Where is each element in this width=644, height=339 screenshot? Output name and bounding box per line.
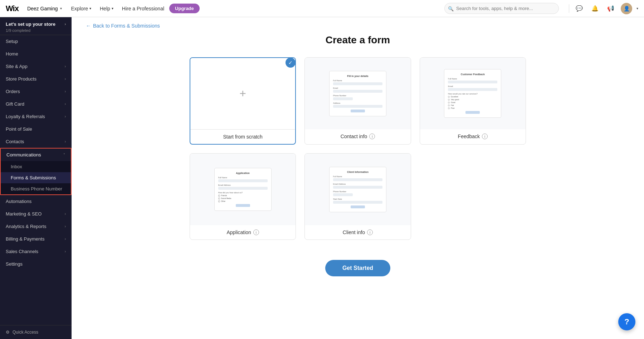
chat-icon[interactable]: 💬 <box>574 3 585 14</box>
sidebar-expand-icon: › <box>65 22 66 26</box>
chevron-down-icon: › <box>65 102 66 106</box>
sidebar-item-automations[interactable]: Automations <box>0 195 72 208</box>
sidebar-item-point-of-sale[interactable]: Point of Sale <box>0 123 72 135</box>
search-bar: 🔍 <box>444 3 559 14</box>
sidebar-item-orders[interactable]: Orders › <box>0 85 72 98</box>
sidebar-quick-access[interactable]: ⚙ Quick Access <box>0 325 72 339</box>
form-templates-grid: + ✓ Start from scratch Fill in your deta… <box>161 57 555 254</box>
sidebar-item-home[interactable]: Home <box>0 48 72 60</box>
sidebar-item-gift-card[interactable]: Gift Card › <box>0 98 72 110</box>
back-link[interactable]: ← Back to Forms & Submissions <box>72 17 644 34</box>
upgrade-button[interactable]: Upgrade <box>169 4 200 13</box>
avatar[interactable]: 👤 <box>621 3 632 14</box>
page-title: Create a form <box>72 34 644 46</box>
brand-name: Deez Gaming <box>27 6 58 11</box>
template-label-application: Application i <box>190 225 296 239</box>
mini-form-feedback: Customer Feedback Full Name Email How wo… <box>444 69 501 118</box>
nav-divider <box>569 4 569 13</box>
chevron-down-icon: › <box>65 77 66 81</box>
sidebar-sub-item-business-phone[interactable]: Business Phone Number <box>1 183 71 194</box>
sidebar: Let's set up your store › 1/9 completed … <box>0 17 72 339</box>
sidebar-sub-communications: Inbox Forms & Submissions Business Phone… <box>1 161 71 194</box>
avatar-chevron: ▾ <box>636 6 638 10</box>
broadcast-icon[interactable]: 📢 <box>605 3 616 14</box>
template-label-client: Client info i <box>305 225 410 239</box>
mini-form-client: Client Information Full Name Email Addre… <box>329 167 386 212</box>
sidebar-item-contacts[interactable]: Contacts › <box>0 135 72 148</box>
info-icon[interactable]: i <box>367 229 373 235</box>
communications-section: Communications ˅ Inbox Forms & Submissio… <box>0 148 72 195</box>
top-nav: Wix Deez Gaming ▾ Explore ▾ Help ▾ Hire … <box>0 0 644 17</box>
chevron-down-icon: › <box>65 64 66 68</box>
help-fab[interactable]: ? <box>618 313 635 330</box>
template-card-contact[interactable]: Fill in your details Full Name Email Pho… <box>304 57 411 145</box>
sidebar-item-marketing[interactable]: Marketing & SEO › <box>0 208 72 220</box>
nav-items: Explore ▾ Help ▾ Hire a Professional Upg… <box>68 4 439 14</box>
template-label-contact: Contact info i <box>305 129 410 144</box>
sidebar-item-loyalty[interactable]: Loyalty & Referrals › <box>0 110 72 123</box>
wix-logo: Wix <box>6 4 19 13</box>
sidebar-item-store-products[interactable]: Store Products › <box>0 73 72 85</box>
chevron-down-icon: › <box>65 237 66 241</box>
sidebar-setup-title[interactable]: Let's set up your store › <box>6 21 66 27</box>
brand-chevron: ▾ <box>60 6 62 10</box>
sidebar-progress: 1/9 completed <box>6 28 66 33</box>
sidebar-item-analytics[interactable]: Analytics & Reports › <box>0 220 72 233</box>
selected-badge: ✓ <box>286 58 296 68</box>
template-label-feedback: Feedback i <box>420 129 526 144</box>
template-preview-contact: Fill in your details Full Name Email Pho… <box>305 58 410 129</box>
template-preview-application: Application Full Name Email Address How … <box>190 154 296 225</box>
search-input[interactable] <box>444 3 559 14</box>
template-preview-client: Client Information Full Name Email Addre… <box>305 154 410 225</box>
plus-icon: + <box>239 87 246 100</box>
get-started-button[interactable]: Get Started <box>325 260 390 276</box>
template-label-scratch: Start from scratch <box>190 130 295 144</box>
template-preview-scratch: + ✓ <box>190 58 295 130</box>
sidebar-header: Let's set up your store › 1/9 completed <box>0 17 72 35</box>
brand-selector[interactable]: Deez Gaming ▾ <box>27 6 62 11</box>
quick-access-icon: ⚙ <box>6 330 10 335</box>
sidebar-item-setup[interactable]: Setup <box>0 35 72 48</box>
sidebar-item-sales-channels[interactable]: Sales Channels › <box>0 245 72 258</box>
chevron-down-icon: › <box>65 115 66 118</box>
info-icon[interactable]: i <box>369 134 375 139</box>
template-card-application[interactable]: Application Full Name Email Address How … <box>190 153 296 240</box>
nav-explore[interactable]: Explore ▾ <box>68 4 95 14</box>
layout: Let's set up your store › 1/9 completed … <box>0 17 644 339</box>
sidebar-sub-item-inbox[interactable]: Inbox <box>1 161 71 172</box>
nav-hire-professional[interactable]: Hire a Professional <box>118 4 168 14</box>
back-arrow-icon: ← <box>86 23 91 29</box>
nav-icon-group: 💬 🔔 📢 👤 ▾ <box>569 3 638 14</box>
main-content: ← Back to Forms & Submissions Create a f… <box>72 17 644 339</box>
chevron-down-icon: › <box>65 140 66 144</box>
sidebar-item-billing[interactable]: Billing & Payments › <box>0 233 72 245</box>
search-icon: 🔍 <box>448 6 454 11</box>
mini-form-application: Application Full Name Email Address How … <box>214 168 272 211</box>
sidebar-sub-item-forms[interactable]: Forms & Submissions <box>1 172 71 183</box>
sidebar-item-communications[interactable]: Communications ˅ <box>1 149 71 161</box>
sidebar-item-site-app[interactable]: Site & App › <box>0 60 72 73</box>
chevron-down-icon: › <box>65 212 66 216</box>
chevron-down-icon: › <box>65 89 66 93</box>
notifications-icon[interactable]: 🔔 <box>589 3 601 14</box>
nav-help[interactable]: Help ▾ <box>96 4 117 14</box>
chevron-down-icon: › <box>65 224 66 228</box>
chevron-up-icon: ˅ <box>63 153 65 157</box>
get-started-wrap: Get Started <box>72 254 644 291</box>
template-card-feedback[interactable]: Customer Feedback Full Name Email How wo… <box>420 57 526 145</box>
info-icon[interactable]: i <box>482 134 488 139</box>
info-icon[interactable]: i <box>253 229 259 235</box>
template-card-scratch[interactable]: + ✓ Start from scratch <box>190 57 296 145</box>
template-card-client[interactable]: Client Information Full Name Email Addre… <box>304 153 411 240</box>
template-preview-feedback: Customer Feedback Full Name Email How wo… <box>420 58 526 129</box>
mini-form-contact: Fill in your details Full Name Email Pho… <box>329 71 386 116</box>
sidebar-item-settings[interactable]: Settings <box>0 258 72 270</box>
chevron-down-icon: › <box>65 250 66 253</box>
